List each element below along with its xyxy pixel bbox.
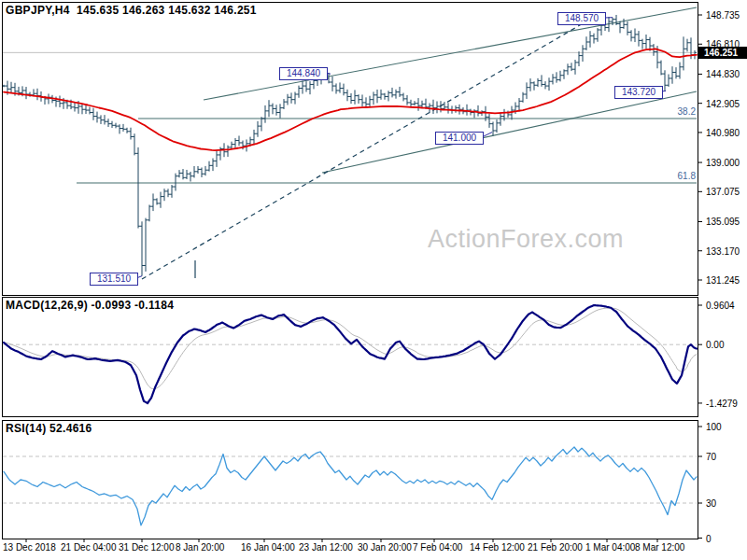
price-callout: 141.000 xyxy=(435,132,484,145)
price-axis-label: 133.170 xyxy=(706,246,740,257)
price-axis-label: 148.735 xyxy=(706,10,740,21)
symbol-title: GBPJPY,H4 145.635 146.263 145.632 146.25… xyxy=(6,4,257,17)
time-axis-label: 30 Jan 20:00 xyxy=(358,542,412,553)
price-axis-label: 142.905 xyxy=(706,99,740,109)
rsi-axis-label: 0 xyxy=(706,534,712,544)
price-axis-label: 137.075 xyxy=(706,187,740,197)
price-axis-label: 140.980 xyxy=(706,128,740,138)
trendline xyxy=(322,91,697,173)
time-axis-label: 21 Feb 20:00 xyxy=(528,542,583,553)
fib-61-label: 61.8 xyxy=(678,171,696,181)
price-callout: 131.510 xyxy=(90,273,138,286)
price-axis-label: 131.245 xyxy=(706,275,740,286)
time-axis-label: 13 Dec 2018 xyxy=(3,542,56,553)
macd-indicator-label: MACD(12,26,9) -0.0993 -0.1184 xyxy=(6,299,174,312)
time-axis-label: 14 Feb 12:00 xyxy=(470,542,525,553)
price-axis-label: 135.095 xyxy=(706,217,740,227)
chart-window: GBPJPY,H4 145.635 146.263 145.632 146.25… xyxy=(0,0,747,560)
macd-line xyxy=(4,305,697,403)
time-axis-label: 23 Jan 12:00 xyxy=(299,542,353,553)
time-axis-label: 21 Dec 04:00 xyxy=(61,542,117,553)
macd-signal-line xyxy=(4,308,697,389)
rsi-axis-label: 30 xyxy=(706,498,716,509)
rsi-line xyxy=(4,447,697,525)
price-callout: 148.570 xyxy=(557,12,606,25)
rsi-indicator-label: RSI(14) 52.4616 xyxy=(6,422,92,435)
rsi-axis-label: 100 xyxy=(706,422,722,432)
ma-line xyxy=(4,49,697,150)
price-axis-label: 139.000 xyxy=(706,158,740,168)
fib-38-label: 38.2 xyxy=(678,106,696,117)
rsi-axis-label: 70 xyxy=(706,452,716,462)
panel-border-rsi xyxy=(3,421,698,539)
price-axis-label: 146.810 xyxy=(706,39,740,49)
price-callout: 143.720 xyxy=(614,86,663,99)
price-axis-label: 144.830 xyxy=(706,69,740,79)
time-axis-label: 1 Mar 04:00 xyxy=(585,542,635,553)
panel-border-macd xyxy=(3,298,698,417)
time-axis-label: 31 Dec 12:00 xyxy=(119,542,175,553)
time-axis-label: 8 Mar 12:00 xyxy=(635,542,684,553)
price-callout: 144.840 xyxy=(279,67,328,80)
macd-axis-label: -1.4279 xyxy=(706,399,738,409)
time-axis-label: 16 Jan 04:00 xyxy=(241,542,295,553)
time-axis-label: 8 Jan 20:00 xyxy=(176,542,224,553)
time-axis-label: 7 Feb 04:00 xyxy=(413,542,462,553)
macd-axis-label: 0.9604 xyxy=(706,301,735,311)
actionforex-watermark: ActionForex.com xyxy=(428,225,624,254)
macd-axis-label: 0.00 xyxy=(706,340,724,350)
